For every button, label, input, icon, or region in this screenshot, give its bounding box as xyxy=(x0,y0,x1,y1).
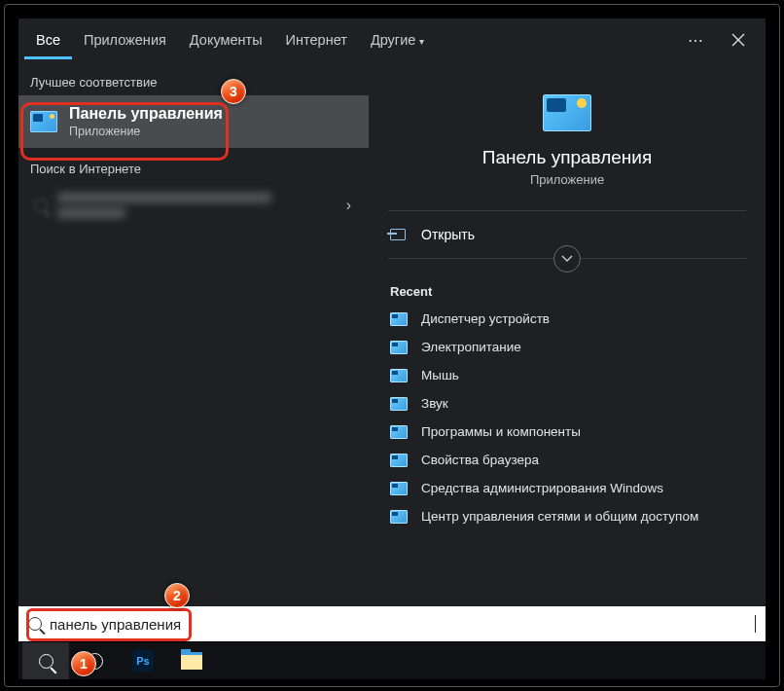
chevron-down-icon: ▾ xyxy=(419,36,424,47)
recent-item[interactable]: Диспетчер устройств xyxy=(378,305,756,333)
cpl-icon xyxy=(390,454,408,467)
recent-item[interactable]: Звук xyxy=(378,389,756,418)
cpl-icon xyxy=(390,510,408,524)
search-tabs: Все Приложения Документы Интернет Другие… xyxy=(18,18,766,61)
control-panel-icon xyxy=(30,111,57,132)
best-match-label: Лучшее соответствие xyxy=(18,61,369,95)
tab-all[interactable]: Все xyxy=(24,20,72,59)
tab-more[interactable]: Другие▾ xyxy=(359,20,436,59)
search-icon xyxy=(39,654,53,669)
cpl-icon xyxy=(390,312,408,326)
search-icon xyxy=(28,617,42,631)
control-panel-icon xyxy=(543,94,591,131)
annotation-marker-2: 2 xyxy=(164,583,190,608)
tab-internet[interactable]: Интернет xyxy=(274,20,359,59)
web-search-label: Поиск в Интернете xyxy=(18,148,369,182)
search-input[interactable]: панель управления xyxy=(50,616,747,633)
cpl-icon xyxy=(390,341,408,354)
taskbar: Ps xyxy=(18,642,766,679)
open-label: Открыть xyxy=(421,227,475,242)
search-bar[interactable]: панель управления xyxy=(18,606,766,641)
cpl-icon xyxy=(390,397,408,411)
tab-documents[interactable]: Документы xyxy=(178,20,274,59)
annotation-marker-1: 1 xyxy=(71,651,96,676)
recent-list: Диспетчер устройств Электропитание Мышь … xyxy=(369,305,766,536)
cpl-icon xyxy=(390,482,408,495)
results-column: Лучшее соответствие Панель управления Пр… xyxy=(18,61,369,606)
best-match-result[interactable]: Панель управления Приложение xyxy=(18,95,369,148)
result-subtitle: Приложение xyxy=(69,125,223,138)
recent-item[interactable]: Средства администрирования Windows xyxy=(378,474,756,502)
recent-item[interactable]: Мышь xyxy=(378,361,756,389)
taskbar-photoshop-button[interactable]: Ps xyxy=(120,642,166,679)
search-panel: Все Приложения Документы Интернет Другие… xyxy=(18,18,766,606)
recent-item[interactable]: Программы и компоненты xyxy=(378,418,756,446)
web-search-result[interactable]: › xyxy=(18,182,369,229)
expand-button[interactable] xyxy=(553,245,581,273)
more-options-button[interactable]: ⋯ xyxy=(674,18,717,61)
recent-item[interactable]: Электропитание xyxy=(378,333,756,361)
cpl-icon xyxy=(390,425,408,439)
recent-item[interactable]: Свойства браузера xyxy=(378,446,756,474)
preview-title: Панель управления xyxy=(482,147,653,168)
preview-column: Панель управления Приложение Открыть xyxy=(369,61,766,606)
result-title: Панель управления xyxy=(69,105,223,123)
photoshop-icon: Ps xyxy=(132,650,154,672)
open-icon xyxy=(390,229,406,240)
recent-item[interactable]: Центр управления сетями и общим доступом xyxy=(378,502,756,530)
annotation-marker-3: 3 xyxy=(221,79,246,104)
file-explorer-icon xyxy=(181,652,202,670)
cpl-icon xyxy=(390,369,408,382)
preview-subtitle: Приложение xyxy=(530,172,604,187)
taskbar-explorer-button[interactable] xyxy=(168,642,215,679)
close-button[interactable] xyxy=(717,18,760,61)
window-frame: Все Приложения Документы Интернет Другие… xyxy=(4,4,780,687)
search-icon xyxy=(34,199,48,212)
taskbar-search-button[interactable] xyxy=(22,642,69,679)
chevron-right-icon: › xyxy=(340,197,357,214)
tab-apps[interactable]: Приложения xyxy=(72,20,178,59)
